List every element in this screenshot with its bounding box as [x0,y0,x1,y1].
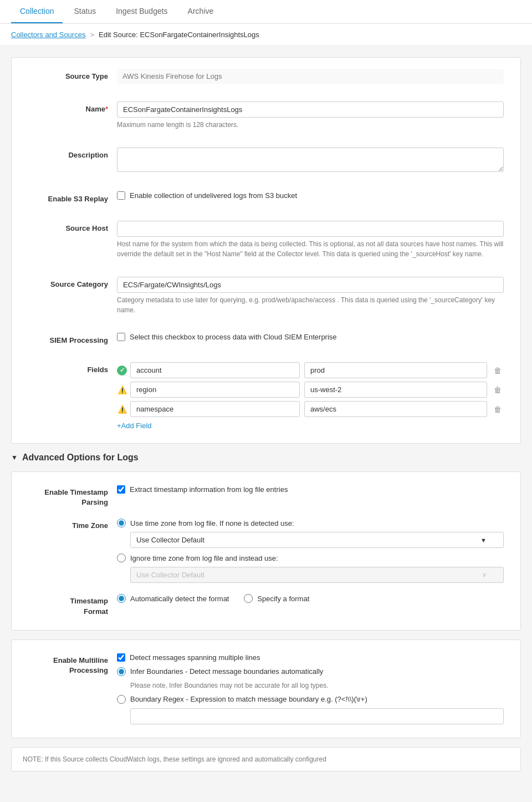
advanced-options-card: Enable TimestampParsing Extract timestam… [11,471,521,631]
source-category-row: Source Category Category metadata to use… [28,277,504,324]
source-host-hint: Host name for the system from which the … [117,239,504,259]
source-host-input[interactable] [117,221,504,237]
table-row: 🗑 [117,362,504,378]
siem-field: Select this checkbox to process data wit… [117,333,504,341]
multiline-infer-radio[interactable] [117,667,126,676]
timezone-row: Time Zone Use time zone from log file. I… [28,519,504,583]
field-value-input[interactable] [304,401,487,417]
timestamp-format-auto-radio[interactable] [117,594,126,603]
multiline-checkbox[interactable] [117,653,125,662]
timestamp-format-label: TimestampFormat [28,594,117,616]
multiline-regex-input[interactable] [130,708,504,724]
add-field-button[interactable]: +Add Field [117,419,152,432]
tab-ingest-budgets[interactable]: Ingest Budgets [107,0,176,23]
source-form-card: Source Type Name* Maximum name length is… [11,57,521,444]
field-key-input[interactable] [130,362,300,378]
required-indicator: * [105,105,108,113]
note-bar: NOTE: If this Source collects CloudWatch… [11,747,521,771]
fields-field: 🗑 ⚠️ 🗑 [117,362,504,432]
timezone-dropdown2-wrap: Use Collector Default ∨ [130,567,504,583]
field-key-input[interactable] [130,382,300,398]
tabs-bar: Collection Status Ingest Budgets Archive [0,0,532,24]
fields-label: Fields [28,362,117,374]
name-row: Name* Maximum name length is 128 charact… [28,101,504,139]
timestamp-parsing-checkbox[interactable] [117,485,125,494]
timestamp-parsing-field: Extract timestamp information from log f… [117,485,504,494]
field-status-warn-icon: ⚠️ [117,385,127,395]
tab-status[interactable]: Status [65,0,105,23]
s3-replay-checkbox-label: Enable collection of undelivered logs fr… [130,191,297,200]
advanced-title: Advanced Options for Logs [22,453,139,463]
description-row: Description [28,148,504,182]
multiline-regex-radio[interactable] [117,695,126,704]
timezone-option1-radio[interactable] [117,519,126,527]
name-input[interactable] [117,101,504,118]
timezone-option2-row: Ignore time zone from log file and inste… [117,554,504,562]
note-text: NOTE: If this Source collects CloudWatch… [23,755,326,763]
source-category-hint: Category metadata to use later for query… [117,295,504,315]
multiline-label: Enable MultilineProcessing [28,653,117,676]
source-type-field [117,69,504,84]
table-row: ⚠️ 🗑 [117,401,504,417]
timezone-option1-label: Use time zone from log file. If none is … [130,519,294,527]
multiline-infer-hint: Please note, Infer Boundaries may not be… [130,681,504,691]
source-category-field: Category metadata to use later for query… [117,277,504,315]
multiline-regex-row: Boundary Regex - Expression to match mes… [117,695,504,704]
multiline-row: Enable MultilineProcessing Detect messag… [28,653,504,724]
multiline-field: Detect messages spanning multiple lines … [117,653,504,724]
timezone-option2-label: Ignore time zone from log file and inste… [130,554,278,562]
advanced-header[interactable]: ▼ Advanced Options for Logs [11,453,521,463]
breadcrumb-link[interactable]: Collectors and Sources [11,31,85,39]
timestamp-format-specify-radio[interactable] [244,594,253,603]
name-label: Name* [28,101,117,113]
timestamp-parsing-checkbox-label: Extract timestamp information from log f… [130,485,288,494]
timezone-field: Use time zone from log file. If none is … [117,519,504,583]
field-key-wrap [117,362,300,378]
delete-field-icon[interactable]: 🗑 [492,384,504,396]
timestamp-parsing-row: Enable TimestampParsing Extract timestam… [28,485,504,507]
timezone-option2-radio[interactable] [117,554,126,562]
timezone-dropdown1[interactable]: Use Collector Default ▼ [130,532,504,548]
siem-checkbox[interactable] [117,333,125,341]
timezone-label: Time Zone [28,519,117,531]
breadcrumb-current: Edit Source: ECSonFargateContainerInsigh… [99,31,259,39]
tab-archive[interactable]: Archive [179,0,223,23]
description-input[interactable] [117,148,504,172]
chevron-down-icon: ▼ [480,537,487,544]
name-hint: Maximum name length is 128 characters. [117,120,504,130]
siem-row: SIEM Processing Select this checkbox to … [28,333,504,353]
field-key-input[interactable] [130,401,300,417]
fields-container: 🗑 ⚠️ 🗑 [117,362,504,417]
timestamp-format-options: Automatically detect the format Specify … [117,594,504,603]
source-type-label: Source Type [28,69,117,80]
name-field: Maximum name length is 128 characters. [117,101,504,130]
field-status-green-icon [117,366,127,375]
timestamp-format-auto-label: Automatically detect the format [130,595,229,603]
multiline-infer-row: Infer Boundaries - Detect message bounda… [117,667,504,676]
timestamp-format-specify-label: Specify a format [257,595,309,603]
advanced-chevron-icon: ▼ [11,454,18,461]
field-value-input[interactable] [304,362,487,378]
s3-replay-field: Enable collection of undelivered logs fr… [117,191,504,200]
timezone-dropdown2-value: Use Collector Default [136,571,204,579]
s3-replay-checkbox[interactable] [117,191,125,200]
delete-field-icon[interactable]: 🗑 [492,403,504,415]
source-host-row: Source Host Host name for the system fro… [28,221,504,268]
source-category-input[interactable] [117,277,504,293]
description-field [117,148,504,174]
timestamp-format-row: TimestampFormat Automatically detect the… [28,594,504,616]
tab-collection[interactable]: Collection [11,0,63,23]
timezone-dropdown1-wrap: Use Collector Default ▼ [130,532,504,548]
field-value-input[interactable] [304,382,487,398]
source-host-field: Host name for the system from which the … [117,221,504,259]
breadcrumb-separator: > [90,31,94,39]
source-type-input [117,69,504,84]
field-value-wrap [304,362,487,378]
siem-checkbox-label: Select this checkbox to process data wit… [130,333,337,341]
timestamp-parsing-label: Enable TimestampParsing [28,485,117,507]
delete-field-icon[interactable]: 🗑 [492,364,504,377]
page-content: Source Type Name* Maximum name length is… [0,46,532,791]
timestamp-format-field: Automatically detect the format Specify … [117,594,504,607]
description-label: Description [28,148,117,159]
source-category-label: Source Category [28,277,117,288]
